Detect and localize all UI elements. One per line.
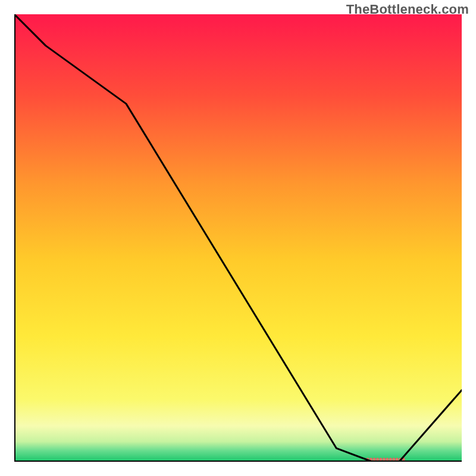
svg-rect-9 [396, 458, 398, 461]
svg-rect-7 [389, 458, 392, 461]
svg-rect-5 [383, 458, 385, 461]
svg-rect-6 [386, 458, 389, 461]
chart-svg [14, 14, 462, 462]
svg-rect-8 [393, 458, 395, 461]
gradient-background [14, 14, 462, 462]
chart-container: TheBottleneck.com [0, 0, 476, 476]
svg-rect-3 [376, 458, 378, 461]
plot-area [14, 14, 462, 462]
svg-rect-2 [373, 458, 375, 461]
svg-rect-4 [380, 458, 382, 461]
